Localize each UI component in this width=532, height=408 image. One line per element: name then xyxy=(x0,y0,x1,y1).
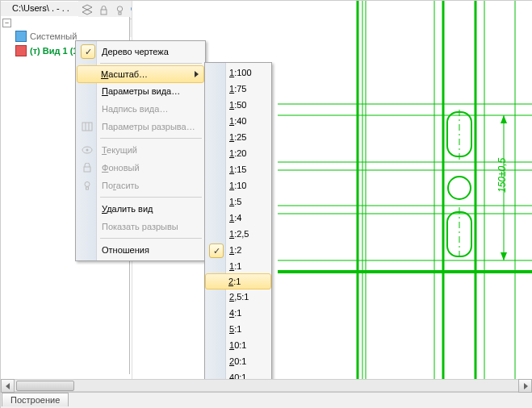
scale-submenu: 1:1001:751:501:401:251:201:151:101:51:41… xyxy=(204,62,272,408)
svg-rect-0 xyxy=(101,10,107,15)
scale-option[interactable]: 1:15 xyxy=(206,161,270,177)
menu-label: Дерево чертежа xyxy=(102,47,169,56)
menu-label: Параметры разрыва… xyxy=(102,122,195,131)
scale-option[interactable]: 1:75 xyxy=(206,81,270,97)
view-context-menu: Дерево чертежа Масштаб… Параметры вида… … xyxy=(75,40,206,261)
scale-option-label: 1:25 xyxy=(229,132,246,142)
menu-label: Погасить xyxy=(102,181,139,190)
dimension-text: 150±0,5 xyxy=(496,157,508,193)
scale-option[interactable]: 1:2,5 xyxy=(206,226,270,242)
scale-option-label: 1:5 xyxy=(229,197,241,206)
menu-item-view-params[interactable]: Параметры вида… xyxy=(77,82,203,100)
status-tab-label: Построение xyxy=(10,395,60,405)
scale-option[interactable]: 1:1 xyxy=(206,258,270,274)
menu-item-background: Фоновый xyxy=(77,159,203,177)
svg-point-1 xyxy=(117,6,122,10)
menu-separator xyxy=(100,63,202,64)
scale-option-label: 1:10 xyxy=(229,181,246,190)
menu-label: Масштаб… xyxy=(101,69,148,79)
scale-option[interactable]: 1:5 xyxy=(206,194,270,210)
tree-toggle-minus[interactable]: − xyxy=(2,19,11,27)
file-path-label: C:\Users\ . - . . xyxy=(12,3,69,13)
scale-option-label: 1:4 xyxy=(229,213,241,223)
menu-item-drawing-tree[interactable]: Дерево чертежа xyxy=(77,43,203,60)
svg-rect-31 xyxy=(447,212,471,256)
horizontal-scrollbar[interactable] xyxy=(1,379,532,393)
scale-option[interactable]: 20:1 xyxy=(206,353,270,369)
scale-option-label: 1:15 xyxy=(229,164,246,174)
scale-option-label: 1:40 xyxy=(229,116,246,126)
scale-option[interactable]: 1:50 xyxy=(206,97,270,113)
scale-option-label: 1:100 xyxy=(229,68,252,77)
menu-item-relations[interactable]: Отношения xyxy=(77,241,203,259)
scale-option[interactable]: 10:1 xyxy=(206,337,270,353)
svg-point-30 xyxy=(448,177,471,199)
menu-item-current: Текущий xyxy=(77,141,203,159)
svg-point-37 xyxy=(86,149,89,152)
lock-small-icon xyxy=(81,161,94,174)
check-icon xyxy=(209,244,224,258)
menu-item-scale[interactable]: Масштаб… xyxy=(77,65,204,83)
eye-icon xyxy=(81,144,94,156)
menu-separator xyxy=(100,238,202,239)
menu-item-view-caption: Надпись вида… xyxy=(77,100,203,118)
scale-option[interactable]: 1:25 xyxy=(206,129,270,145)
menu-item-break-params: Параметры разрыва… xyxy=(77,118,203,135)
bulb-icon[interactable] xyxy=(112,2,127,17)
layers-icon[interactable] xyxy=(80,2,94,17)
status-tab-build[interactable]: Построение xyxy=(2,393,69,406)
menu-separator xyxy=(100,197,202,198)
menu-separator xyxy=(100,138,202,139)
scale-option-label: 1:50 xyxy=(229,100,246,110)
scale-option-label: 10:1 xyxy=(229,340,246,350)
system-label: Системный xyxy=(30,31,77,41)
svg-point-39 xyxy=(85,182,90,187)
svg-rect-40 xyxy=(86,187,89,189)
scale-option[interactable]: 1:40 xyxy=(206,113,270,129)
menu-label: Надпись вида… xyxy=(102,104,168,114)
view-icon xyxy=(15,45,27,56)
scale-option[interactable]: 5:1 xyxy=(206,321,270,337)
svg-rect-2 xyxy=(119,12,121,15)
break-icon xyxy=(81,120,94,133)
scale-option-label: 2,5:1 xyxy=(229,292,249,302)
submenu-arrow-icon xyxy=(195,71,199,77)
scale-option-label: 20:1 xyxy=(229,356,246,366)
scale-option-label: 1:2 xyxy=(229,245,241,255)
scale-option[interactable]: 1:10 xyxy=(206,177,270,194)
menu-label: Удалить вид xyxy=(102,204,153,214)
menu-label: Отношения xyxy=(102,245,149,255)
tree-root-row[interactable]: − xyxy=(1,17,129,29)
bulb-small-icon xyxy=(81,179,94,192)
scale-option[interactable]: 1:20 xyxy=(206,145,270,161)
scroll-right-button[interactable] xyxy=(518,379,532,393)
scale-option[interactable]: 4:1 xyxy=(206,305,270,321)
scale-option[interactable]: 1:100 xyxy=(206,65,270,81)
check-icon xyxy=(81,44,95,59)
scroll-thumb[interactable] xyxy=(16,381,74,391)
scroll-left-button[interactable] xyxy=(1,379,15,393)
scale-option-label: 1:75 xyxy=(229,84,246,94)
system-view-icon xyxy=(15,31,27,42)
scale-option-label: 1:2,5 xyxy=(229,229,249,239)
scale-option-label: 1:20 xyxy=(229,148,246,158)
scale-option[interactable]: 1:4 xyxy=(206,210,270,226)
menu-label: Параметры вида… xyxy=(102,86,180,96)
menu-label: Показать разрывы xyxy=(102,222,178,231)
scale-option-label: 5:1 xyxy=(229,324,241,334)
scale-option-label: 2:1 xyxy=(228,277,241,286)
scale-option[interactable]: 2:1 xyxy=(205,273,271,289)
scroll-track[interactable] xyxy=(15,379,518,392)
svg-rect-38 xyxy=(84,167,90,172)
scale-option-label: 4:1 xyxy=(229,308,241,318)
scale-option[interactable]: 2,5:1 xyxy=(206,289,270,305)
menu-item-off: Погасить xyxy=(77,177,203,194)
svg-rect-35 xyxy=(82,123,92,131)
scale-option[interactable]: 1:2 xyxy=(206,242,270,258)
lock-icon[interactable] xyxy=(96,2,111,17)
status-bar: Построение xyxy=(1,379,532,408)
menu-label: Текущий xyxy=(102,145,137,155)
menu-item-show-breaks: Показать разрывы xyxy=(77,218,203,235)
scale-option-label: 1:1 xyxy=(229,261,241,271)
menu-item-delete-view[interactable]: Удалить вид xyxy=(77,200,203,218)
